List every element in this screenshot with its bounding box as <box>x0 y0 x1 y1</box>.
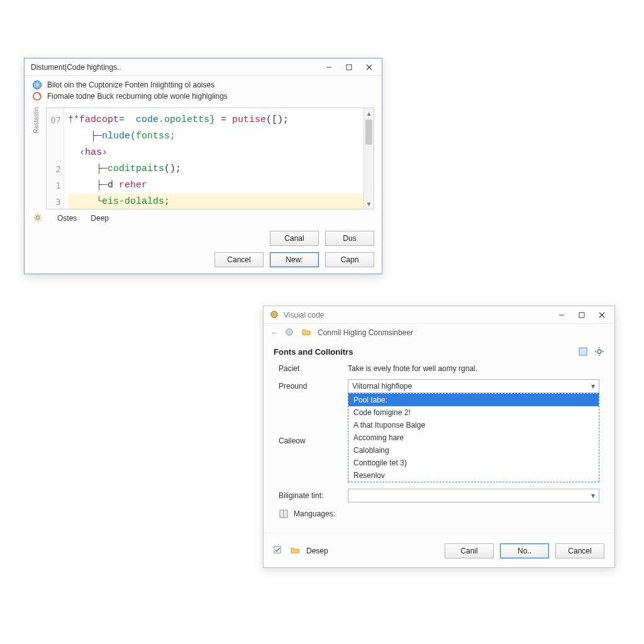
back-icon[interactable]: ← <box>271 328 279 337</box>
canil-button[interactable]: Canil <box>445 543 494 558</box>
section-header: Fonts and Collonitrs <box>264 341 614 359</box>
paciet-label: Paciet <box>279 364 339 373</box>
window-title: Visuial code <box>280 311 552 319</box>
globe-icon <box>285 328 295 338</box>
new-button[interactable]: New: <box>270 252 319 267</box>
maximize-button[interactable] <box>572 308 592 322</box>
caieow-label: Caileow <box>279 436 339 445</box>
breadcrumb-bar: ← Conmil Higling Conmsinbeer <box>264 324 614 341</box>
gear-icon[interactable] <box>594 347 604 357</box>
chevron-down-icon: ▾ <box>591 491 595 500</box>
hint-row-2: Fiomale todne Buck recburning oble wonle… <box>25 91 382 103</box>
cancel-button[interactable]: Cancel <box>555 543 604 558</box>
app-icon <box>270 310 280 320</box>
capn-button[interactable]: Capn <box>325 252 374 267</box>
manguages-label: Manguages: <box>294 509 335 518</box>
cancel-button[interactable]: Cancel <box>214 252 264 267</box>
minimize-button[interactable] <box>552 308 572 322</box>
preound-value: Viitornal highfiope <box>352 382 412 391</box>
caieow-dropdown[interactable]: Pool tabe: Code fomigine 2! A that Itupo… <box>348 393 599 482</box>
dialog-footer: Desep Canil No.. Cancel <box>264 533 614 567</box>
dropdown-option[interactable]: A that Ituponse Balge <box>348 419 599 431</box>
svg-rect-13 <box>579 348 587 355</box>
window-title: Distument|Code hightings.. <box>31 63 319 72</box>
paciet-text: Take is evely fnote for well aomy rgnal. <box>348 364 599 373</box>
section-title: Fonts and Collonitrs <box>274 347 353 357</box>
dropdown-option[interactable]: Code fomigine 2! <box>348 406 599 419</box>
svg-rect-9 <box>579 313 584 318</box>
svg-rect-1 <box>347 65 352 70</box>
hint-text-2: Fiomale todne Buck recburning oble wonle… <box>47 92 228 101</box>
breadcrumb-text[interactable]: Conmil Higling Conmsinbeer <box>318 328 413 337</box>
svg-point-14 <box>597 350 601 353</box>
maximize-button[interactable] <box>339 60 359 74</box>
book-icon <box>279 509 289 519</box>
hint-row-1: Bilot oin the Cuptonize Fonten Iniightti… <box>25 76 382 91</box>
checkbox-icon[interactable] <box>274 546 284 556</box>
dropdown-option[interactable]: Resenlov <box>348 469 599 482</box>
ostes-link[interactable]: Ostes <box>57 214 77 223</box>
titlebar[interactable]: Visuial code <box>264 306 614 324</box>
vertical-scrollbar[interactable]: ▴ ▾ <box>364 108 374 209</box>
dropdown-option[interactable]: Pool tabe: <box>348 394 599 406</box>
code-highlight-dialog: Distument|Code hightings.. Bilot oin the… <box>24 58 382 274</box>
close-button[interactable] <box>359 60 379 74</box>
svg-point-5 <box>33 92 41 100</box>
palette-icon[interactable] <box>578 347 588 357</box>
fonts-colors-dialog: Visuial code ← Conmil Higling Conmsinbee… <box>263 306 615 568</box>
canal-button[interactable]: Canal <box>270 231 319 246</box>
hint-text-1: Bilot oin the Cuptonize Fonten Iniightti… <box>47 80 214 89</box>
no-button[interactable]: No.. <box>500 543 549 558</box>
rotated-label: Rastastin <box>33 107 40 133</box>
preound-combo[interactable]: Viitornal highfiope ▾ <box>348 379 599 393</box>
dropdown-option[interactable]: Caloblaing <box>348 444 599 457</box>
dropdown-option[interactable]: Accoming hare <box>348 431 599 444</box>
dus-button[interactable]: Dus <box>325 231 374 246</box>
dropdown-option[interactable]: Conttogile tet 3) <box>348 457 599 469</box>
svg-point-6 <box>36 216 39 219</box>
code-area[interactable]: †*fadcopt= code.opoletts} = putise([); ├… <box>64 108 374 209</box>
gear-icon[interactable] <box>33 213 43 223</box>
svg-point-7 <box>271 311 278 318</box>
scroll-down-icon[interactable]: ▾ <box>364 199 374 209</box>
svg-point-12 <box>286 329 293 336</box>
code-preview: Rastastin 07 2 1 3 †*fadcopt= code.opole… <box>46 108 374 209</box>
folder-icon[interactable] <box>301 328 311 338</box>
biliginate-label: Biliginate tint: <box>279 491 339 500</box>
biliginate-combo[interactable]: ▾ <box>348 489 599 502</box>
desep-link[interactable]: Desep <box>306 547 328 555</box>
globe-icon <box>32 80 42 90</box>
folder-icon[interactable] <box>290 546 300 556</box>
preound-label: Preound <box>279 382 339 391</box>
scroll-thumb[interactable] <box>365 119 372 145</box>
svg-rect-17 <box>274 547 281 553</box>
line-gutter: 07 2 1 3 <box>47 108 64 209</box>
scroll-up-icon[interactable]: ▴ <box>364 108 374 118</box>
close-button[interactable] <box>592 308 612 322</box>
chevron-down-icon: ▾ <box>591 382 595 391</box>
refresh-icon <box>32 91 42 101</box>
titlebar[interactable]: Distument|Code hightings.. <box>25 58 382 76</box>
minimize-button[interactable] <box>319 60 339 74</box>
deep-link[interactable]: Deep <box>91 214 109 223</box>
